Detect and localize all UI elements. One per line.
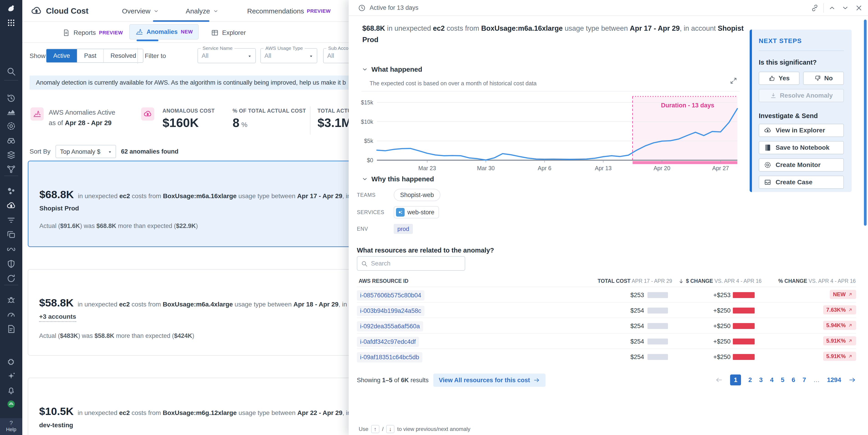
anomaly-card[interactable]: $58.8K in unexpected ec2 costs from BoxU…	[28, 269, 393, 355]
resource-id-link[interactable]: i-003b94b199a24a58c	[357, 306, 425, 316]
page-number[interactable]: 4	[770, 376, 774, 383]
notifications-icon[interactable]	[6, 385, 16, 396]
resource-id-link[interactable]: i-0857606b575c80b04	[357, 290, 425, 301]
filter-to-label: Filter to	[145, 52, 166, 60]
divider	[759, 51, 844, 51]
accounts-link[interactable]: +3 accounts	[39, 313, 76, 322]
yes-button[interactable]: Yes	[759, 72, 800, 85]
nav-item-overview[interactable]: Overview	[122, 7, 159, 15]
apm-icon[interactable]	[6, 164, 16, 174]
page-number[interactable]: 7	[802, 376, 806, 383]
no-button[interactable]: No	[803, 72, 844, 85]
show-active-button[interactable]: Active	[46, 49, 78, 62]
tag-row-label: TEAMS	[357, 192, 394, 198]
search-icon[interactable]	[6, 66, 16, 76]
ci-icon[interactable]	[6, 274, 16, 283]
rum-icon[interactable]	[6, 230, 16, 240]
team-tag[interactable]: Shopist-web	[394, 189, 440, 201]
env-tag[interactable]: prod	[394, 224, 413, 234]
audit-icon[interactable]	[6, 324, 16, 334]
anomaly-card-actual-vs-expected: Actual ($91.6K) was $68.8K more than exp…	[39, 222, 381, 229]
next-anomaly-icon[interactable]	[841, 4, 849, 12]
previous-anomaly-icon[interactable]	[828, 4, 836, 12]
filter-dropdown-aws-usage-type[interactable]: AWS Usage TypeAll	[260, 48, 317, 63]
page-number[interactable]: 5	[781, 376, 784, 383]
why-label: Why this happened	[371, 175, 434, 183]
create-case-button[interactable]: Create Case	[759, 176, 844, 189]
nav-item-recommendations[interactable]: RecommendationsPREVIEW	[247, 7, 331, 15]
svg-text:$10k: $10k	[361, 119, 373, 125]
resource-id-link[interactable]: i-092dea355a6af560a	[357, 321, 423, 332]
anomaly-card[interactable]: $10.5K in unexpected ec2 costs from BoxU…	[28, 378, 393, 435]
tag-row-label: ENV	[357, 226, 394, 232]
filter-dropdown-service-name[interactable]: Service NameAll	[197, 48, 256, 63]
resource-id-link[interactable]: i-0afdf342c97edc4df	[357, 337, 419, 347]
bug-icon[interactable]	[6, 295, 16, 305]
no-label: No	[824, 74, 833, 82]
svg-text:Apr 13: Apr 13	[595, 165, 612, 171]
dollar-change-bar	[733, 339, 755, 344]
view-in-explorer-button[interactable]: View in Explorer	[759, 124, 844, 137]
view-all-resources-button[interactable]: View All resources for this cost	[433, 374, 546, 387]
infrastructure-icon[interactable]	[6, 150, 16, 160]
tab-explorer[interactable]: Explorer	[211, 27, 246, 39]
divider	[4, 80, 18, 81]
history-icon[interactable]	[6, 93, 16, 103]
page-number[interactable]: 1294	[827, 376, 841, 383]
tab-anomalies[interactable]: AnomaliesNEW	[129, 24, 199, 39]
page-current[interactable]: 1	[730, 374, 741, 385]
what-happened-section-header[interactable]: What happened	[362, 65, 422, 73]
create-monitor-button[interactable]: Create Monitor	[759, 158, 844, 172]
nav-item-analyze[interactable]: Analyze	[186, 7, 219, 15]
col-dollar-change[interactable]: $ CHANGE VS. APR 4 - APR 16	[678, 278, 762, 284]
showing-results: Showing 1–5 of 6K results	[357, 377, 429, 384]
watchdog-icon[interactable]	[6, 135, 16, 146]
workflows-icon[interactable]	[6, 371, 16, 381]
page-number[interactable]: 6	[792, 376, 796, 383]
processes-icon[interactable]	[6, 186, 16, 196]
metrics-icon[interactable]	[6, 106, 16, 117]
what-happened-label: What happened	[371, 65, 422, 73]
dashboards-icon[interactable]	[6, 309, 16, 319]
chevron-down-icon	[362, 176, 368, 183]
pct-change-badge: 5.94K%	[823, 321, 856, 330]
resource-id-link[interactable]: i-09af18351c64bc5db	[357, 352, 423, 363]
logs-icon[interactable]	[6, 215, 16, 225]
close-icon[interactable]	[855, 4, 863, 12]
show-resolved-button[interactable]: Resolved	[104, 49, 143, 62]
save-to-notebook-button[interactable]: Save to Notebook	[759, 141, 844, 154]
total-cost-value: $254	[630, 353, 644, 361]
panel-scrollbar[interactable]	[864, 20, 867, 226]
integrations-icon[interactable]	[6, 357, 16, 367]
dropdown-label: AWS Usage Type	[264, 45, 305, 51]
security-icon[interactable]	[6, 259, 16, 269]
why-section-header[interactable]: Why this happened	[362, 175, 434, 183]
show-past-button[interactable]: Past	[78, 49, 104, 62]
sort-dropdown[interactable]: Top Anomaly $	[56, 145, 116, 158]
svg-text:Duration - 13 days: Duration - 13 days	[661, 102, 714, 109]
dollar-change-value: +$250	[713, 322, 731, 330]
investigate-heading: Investigate & Send	[759, 112, 844, 120]
subtab-label: Explorer	[222, 29, 246, 36]
datadog-logo-icon[interactable]	[6, 4, 16, 14]
copy-link-icon[interactable]	[811, 4, 819, 12]
apps-grid-icon[interactable]	[6, 18, 16, 28]
monitors-icon[interactable]	[6, 121, 16, 131]
page-number[interactable]: 2	[748, 376, 752, 383]
cloud-cost-logo-icon	[31, 5, 42, 17]
page-number[interactable]: 3	[759, 376, 763, 383]
resource-search	[357, 256, 465, 271]
help-button[interactable]: ?Help	[0, 418, 22, 435]
cloud-cost-icon[interactable]	[6, 201, 16, 211]
user-avatar-icon[interactable]	[6, 399, 16, 409]
resolve-anomaly-button[interactable]: Resolve Anomaly	[759, 89, 844, 102]
service-tag[interactable]: web-store	[394, 206, 439, 218]
page-next-icon[interactable]	[848, 376, 856, 384]
tab-reports[interactable]: ReportsPREVIEW	[62, 27, 123, 39]
resource-search-input[interactable]	[371, 258, 462, 269]
service-map-icon[interactable]	[6, 244, 16, 254]
expand-chart-icon[interactable]	[730, 77, 737, 85]
anomaly-card[interactable]: $68.8K in unexpected ec2 costs from BoxU…	[28, 161, 393, 247]
view-all-label: View All resources for this cost	[439, 377, 530, 384]
show-label: Show	[30, 52, 45, 60]
